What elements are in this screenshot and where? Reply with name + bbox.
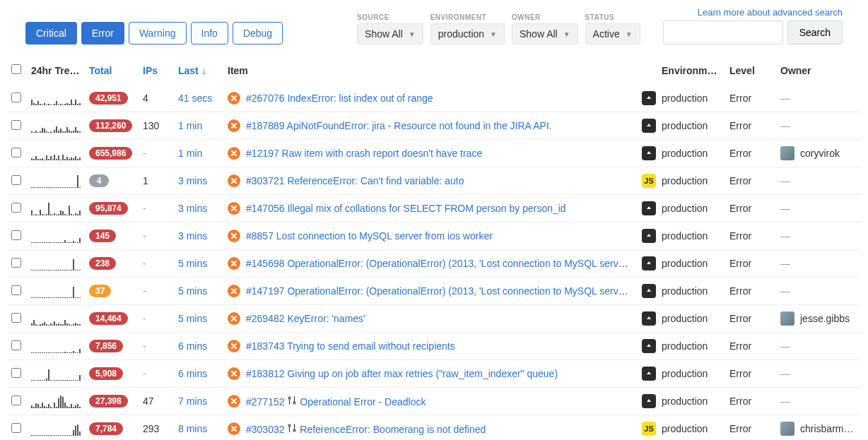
owner-select[interactable]: Show All ▼: [512, 23, 578, 44]
error-icon: [228, 367, 240, 380]
error-icon: [228, 147, 240, 160]
col-item: Item: [223, 57, 638, 85]
ips-value: -: [139, 305, 174, 333]
table-row: 5,908-6 mins#183812 Giving up on job aft…: [7, 360, 861, 388]
sparkline: [31, 339, 81, 353]
col-level: Level: [725, 57, 776, 85]
status-select[interactable]: Active ▼: [585, 23, 640, 44]
last-seen-link[interactable]: 6 mins: [178, 368, 207, 379]
environment-value: production: [657, 360, 725, 388]
last-seen-link[interactable]: 5 mins: [178, 258, 207, 269]
total-pill: 37: [89, 285, 111, 297]
row-checkbox[interactable]: [11, 285, 21, 295]
chevron-down-icon: ▼: [626, 30, 633, 38]
environment-value: production: [657, 278, 725, 305]
last-seen-link[interactable]: 3 mins: [178, 175, 207, 186]
status-label: STATUS: [585, 13, 640, 21]
environment-value: production: [657, 85, 725, 112]
environment-value: production: [657, 140, 725, 167]
item-link[interactable]: #187889 ApiNotFoundError: jira - Resourc…: [246, 120, 552, 131]
advanced-search-link[interactable]: Learn more about advanced search: [698, 7, 843, 18]
item-link[interactable]: #267076 IndexError: list index out of ra…: [246, 93, 433, 104]
filter-critical-button[interactable]: Critical: [25, 22, 77, 44]
item-link[interactable]: #8857 Lost connection to MySQL server fr…: [246, 230, 493, 242]
source-select[interactable]: Show All ▼: [357, 23, 423, 44]
filter-error-button[interactable]: Error: [81, 22, 124, 44]
row-checkbox[interactable]: [11, 203, 21, 213]
framework-icon: [642, 119, 656, 133]
item-link[interactable]: #147056 Illegal mix of collations for SE…: [246, 203, 566, 214]
last-seen-link[interactable]: 3 mins: [178, 230, 207, 242]
filter-info-button[interactable]: Info: [191, 22, 228, 44]
row-checkbox[interactable]: [11, 148, 21, 157]
table-row: 42,951441 secs#267076 IndexError: list i…: [7, 85, 861, 112]
select-all-checkbox[interactable]: [11, 64, 21, 74]
item-link[interactable]: ReferenceError: Boomerang is not defined: [297, 424, 486, 435]
last-seen-link[interactable]: 41 secs: [178, 93, 212, 104]
error-icon: [228, 174, 240, 187]
sparkline: [31, 311, 81, 326]
ips-value: 293: [139, 415, 174, 441]
ips-value: 4: [139, 85, 174, 112]
row-checkbox[interactable]: [11, 368, 21, 378]
level-value: Error: [725, 250, 776, 278]
sparkline: [31, 394, 81, 408]
row-checkbox[interactable]: [11, 230, 21, 240]
table-row: 14,464-5 mins#269482 KeyError: 'names'pr…: [7, 305, 861, 333]
row-checkbox[interactable]: [11, 423, 21, 433]
item-link[interactable]: #147197 OperationalError: (OperationalEr…: [246, 285, 633, 297]
last-seen-link[interactable]: 1 min: [178, 148, 202, 159]
col-last[interactable]: Last ↓: [174, 57, 223, 85]
item-link[interactable]: #269482 KeyError: 'names': [246, 313, 365, 324]
col-total[interactable]: Total: [85, 57, 139, 85]
environment-value: production: [657, 195, 725, 222]
last-seen-link[interactable]: 8 mins: [178, 423, 207, 434]
item-link[interactable]: #183743 Trying to send email without rec…: [246, 340, 455, 352]
environment-select[interactable]: production ▼: [430, 23, 505, 44]
row-checkbox[interactable]: [11, 175, 21, 185]
table-row: 95,874-3 mins#147056 Illegal mix of coll…: [7, 195, 861, 222]
owner-empty: —: [780, 258, 790, 269]
col-ips[interactable]: IPs: [139, 57, 174, 85]
search-button[interactable]: Search: [787, 20, 843, 44]
row-checkbox[interactable]: [11, 396, 21, 405]
row-checkbox[interactable]: [11, 313, 21, 323]
owner-empty: —: [780, 396, 790, 407]
owner-empty: —: [780, 120, 790, 131]
error-icon: [228, 92, 240, 105]
row-checkbox[interactable]: [11, 120, 21, 130]
item-link[interactable]: #303721 ReferenceError: Can't find varia…: [246, 175, 464, 186]
item-link[interactable]: #277152: [246, 396, 287, 408]
col-trend[interactable]: 24hr Trend: [27, 57, 85, 85]
total-pill: 238: [89, 257, 116, 270]
item-link[interactable]: Operational Error - Deadlock: [297, 396, 426, 408]
search-input[interactable]: [663, 20, 783, 44]
last-seen-link[interactable]: 3 mins: [178, 203, 207, 214]
row-checkbox[interactable]: [11, 340, 21, 350]
owner-value: Show All: [520, 28, 558, 40]
item-link[interactable]: #12197 Raw item with crash report doesn'…: [246, 148, 482, 159]
sparkline: [31, 229, 81, 243]
last-seen-link[interactable]: 6 mins: [178, 340, 207, 352]
level-value: Error: [725, 167, 776, 195]
js-icon: JS: [642, 422, 656, 436]
filter-debug-button[interactable]: Debug: [233, 22, 283, 44]
last-seen-link[interactable]: 7 mins: [178, 396, 207, 407]
item-link[interactable]: #145698 OperationalError: (OperationalEr…: [246, 258, 633, 269]
chevron-down-icon: ▼: [563, 30, 570, 38]
level-value: Error: [725, 388, 776, 415]
item-link[interactable]: #183812 Giving up on job after max retri…: [246, 368, 558, 379]
level-value: Error: [725, 415, 776, 441]
row-checkbox[interactable]: [11, 258, 21, 268]
table-row: 655,986-1 min#12197 Raw item with crash …: [7, 140, 861, 167]
last-seen-link[interactable]: 5 mins: [178, 285, 207, 297]
last-seen-link[interactable]: 1 min: [178, 120, 202, 131]
table-row: 27,398477 mins#277152 Operational Error …: [7, 388, 861, 415]
filter-warning-button[interactable]: Warning: [129, 22, 187, 44]
last-seen-link[interactable]: 5 mins: [178, 313, 207, 324]
row-checkbox[interactable]: [11, 93, 21, 102]
ips-value: -: [139, 222, 174, 250]
item-link[interactable]: #303032: [246, 424, 287, 435]
svg-point-1: [293, 402, 295, 404]
owner-name: coryvirok: [800, 148, 840, 159]
